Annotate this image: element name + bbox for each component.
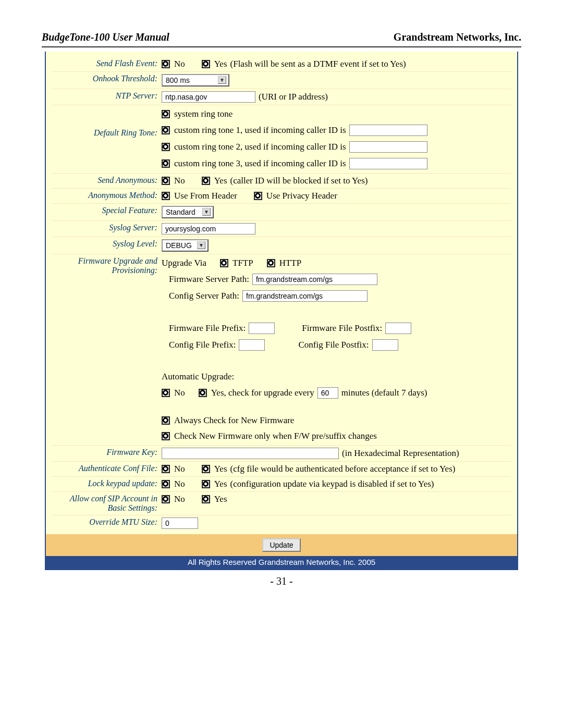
radio-flash-yes[interactable] xyxy=(202,60,210,68)
row-firmware-provisioning: Firmware Upgrade and Provisioning: Upgra… xyxy=(52,254,511,446)
row-syslog-server: Syslog Server: xyxy=(52,221,511,237)
label-allow-sip-basic: Allow conf SIP Account in Basic Settings… xyxy=(52,494,162,513)
input-override-mtu[interactable] xyxy=(162,517,198,529)
radio-flash-no[interactable] xyxy=(162,60,170,68)
input-ring-c2-callerid[interactable] xyxy=(349,141,427,153)
row-firmware-key: Firmware Key: (in Hexadecimal Representa… xyxy=(52,446,511,462)
label-send-flash-event: Send Flash Event: xyxy=(52,59,162,68)
hint-anon: (caller ID will be blocked if set to Yes… xyxy=(230,176,368,186)
radio-ring-c1[interactable] xyxy=(162,126,170,134)
label-send-anonymous: Send Anonymous: xyxy=(52,176,162,185)
opt-lock-no: No xyxy=(174,479,185,489)
input-auto-minutes[interactable] xyxy=(317,387,338,399)
hint-auth: (cfg file would be authenticated before … xyxy=(230,464,456,474)
input-cfg-file-prefix[interactable] xyxy=(239,339,265,351)
page: BudgeTone-100 User Manual Grandstream Ne… xyxy=(0,0,563,603)
button-bar: Update xyxy=(46,534,517,556)
label-fw-file-prefix: Firmware File Prefix: xyxy=(169,323,246,334)
input-ntp-server[interactable] xyxy=(162,91,255,103)
radio-anon-yes[interactable] xyxy=(202,177,210,185)
opt-ring-c1: custom ring tone 1, used if incoming cal… xyxy=(174,125,346,135)
opt-anon-yes: Yes xyxy=(214,176,227,186)
label-firmware-provisioning: Firmware Upgrade and Provisioning: xyxy=(52,256,162,275)
opt-ring-system: system ring tone xyxy=(174,109,232,119)
input-cfg-server-path[interactable] xyxy=(242,290,368,302)
radio-auth-yes[interactable] xyxy=(202,465,210,473)
opt-auto-no: No xyxy=(174,388,185,398)
select-onhook-threshold[interactable]: 800 ms xyxy=(162,74,229,87)
hint-lock: (configuration update via keypad is disa… xyxy=(230,479,434,489)
update-button[interactable]: Update xyxy=(262,538,300,552)
opt-auth-yes: Yes xyxy=(214,464,227,474)
radio-upgrade-http[interactable] xyxy=(267,259,275,267)
select-syslog-level[interactable]: DEBUG xyxy=(162,239,209,252)
label-cfg-server-path: Config Server Path: xyxy=(169,291,239,301)
input-ring-c1-callerid[interactable] xyxy=(349,125,427,136)
row-override-mtu: Override MTU Size: xyxy=(52,515,511,531)
opt-anonm-from: Use From Header xyxy=(174,191,237,201)
radio-lock-no[interactable] xyxy=(162,480,170,488)
radio-anon-no[interactable] xyxy=(162,177,170,185)
opt-lock-yes: Yes xyxy=(214,479,227,489)
label-special-feature: Special Feature: xyxy=(52,206,162,215)
opt-auto-yes-pre: Yes, check for upgrade every xyxy=(211,388,314,398)
radio-always-check[interactable] xyxy=(162,416,170,425)
input-firmware-key[interactable] xyxy=(162,448,339,459)
radio-sip-yes[interactable] xyxy=(202,495,210,503)
label-firmware-key: Firmware Key: xyxy=(52,448,162,457)
opt-http: HTTP xyxy=(279,258,302,268)
page-number: - 31 - xyxy=(42,575,521,587)
label-syslog-server: Syslog Server: xyxy=(52,223,162,232)
radio-ring-c2[interactable] xyxy=(162,143,170,151)
radio-ring-c3[interactable] xyxy=(162,159,170,168)
input-ring-c3-callerid[interactable] xyxy=(349,158,427,169)
opt-auto-yes-post: minutes (default 7 days) xyxy=(341,388,427,398)
label-lock-keypad: Lock keypad update: xyxy=(52,479,162,488)
radio-auto-yes[interactable] xyxy=(199,389,207,397)
radio-anonm-privacy[interactable] xyxy=(254,192,262,200)
input-fw-file-postfix[interactable] xyxy=(385,323,411,334)
opt-auth-no: No xyxy=(174,464,185,474)
row-lock-keypad: Lock keypad update: No Yes (configuratio… xyxy=(52,477,511,492)
label-fw-server-path: Firmware Server Path: xyxy=(169,274,249,285)
row-special-feature: Special Feature: Standard xyxy=(52,204,511,221)
opt-flash-yes: Yes xyxy=(214,59,227,69)
row-anonymous-method: Anonymous Method: Use From Header Use Pr… xyxy=(52,189,511,204)
header-title-left: BudgeTone-100 User Manual xyxy=(42,31,169,43)
config-panel: Send Flash Event: No Yes (Flash will be … xyxy=(45,52,518,570)
radio-lock-yes[interactable] xyxy=(202,480,210,488)
opt-tftp: TFTP xyxy=(232,258,253,268)
row-onhook-threshold: Onhook Threshold: 800 ms xyxy=(52,72,511,89)
input-cfg-file-postfix[interactable] xyxy=(372,339,398,351)
label-cfg-file-postfix: Config File Postfix: xyxy=(298,340,369,350)
label-ntp-server: NTP Server: xyxy=(52,91,162,101)
select-special-feature[interactable]: Standard xyxy=(162,206,214,218)
radio-ring-system[interactable] xyxy=(162,110,170,118)
label-default-ring-tone: Default Ring Tone: xyxy=(52,107,162,138)
label-onhook-threshold: Onhook Threshold: xyxy=(52,74,162,83)
radio-upgrade-tftp[interactable] xyxy=(220,259,228,267)
opt-ring-c2: custom ring tone 2, used if incoming cal… xyxy=(174,142,346,152)
radio-sip-no[interactable] xyxy=(162,495,170,503)
footer-copyright: All Rights Reserved Grandstream Networks… xyxy=(46,556,517,569)
document-header: BudgeTone-100 User Manual Grandstream Ne… xyxy=(42,31,521,47)
radio-check-suffix[interactable] xyxy=(162,432,170,440)
opt-sip-yes: Yes xyxy=(214,494,227,504)
input-syslog-server[interactable] xyxy=(162,223,255,235)
input-fw-server-path[interactable] xyxy=(252,274,377,285)
hint-flash: (Flash will be sent as a DTMF event if s… xyxy=(230,59,406,69)
row-auth-conf-file: Authenticate Conf File: No Yes (cfg file… xyxy=(52,462,511,477)
row-syslog-level: Syslog Level: DEBUG xyxy=(52,237,511,254)
radio-auth-no[interactable] xyxy=(162,465,170,473)
radio-auto-no[interactable] xyxy=(162,389,170,397)
opt-anonm-privacy: Use Privacy Header xyxy=(266,191,337,201)
text-upgrade-via: Upgrade Via xyxy=(162,258,206,268)
label-auto-upgrade: Automatic Upgrade: xyxy=(162,372,234,382)
row-send-anonymous: Send Anonymous: No Yes (caller ID will b… xyxy=(52,174,511,189)
label-anonymous-method: Anonymous Method: xyxy=(52,191,162,200)
label-cfg-file-prefix: Config File Prefix: xyxy=(169,340,236,350)
label-override-mtu: Override MTU Size: xyxy=(52,517,162,527)
radio-anonm-from[interactable] xyxy=(162,192,170,200)
form-area: Send Flash Event: No Yes (Flash will be … xyxy=(46,52,517,534)
input-fw-file-prefix[interactable] xyxy=(249,323,275,334)
